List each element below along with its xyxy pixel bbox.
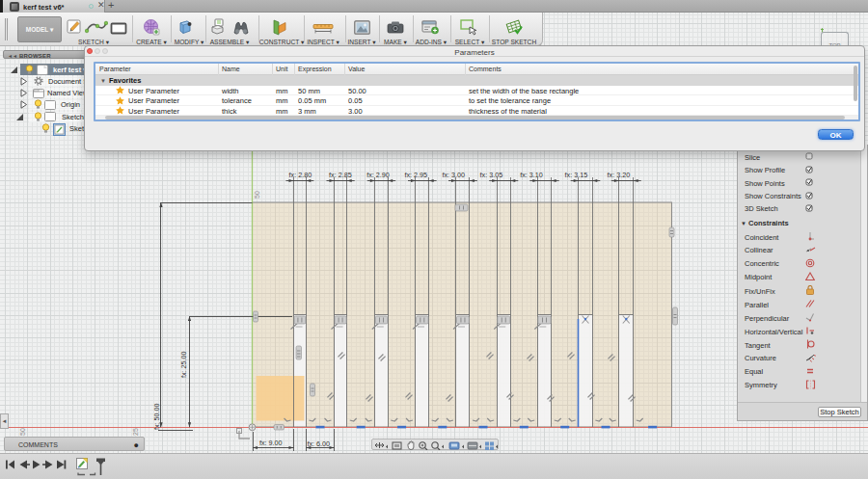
svg-text:fx: 3.20: fx: 3.20 [608, 171, 631, 179]
svg-text:fx: 50.00: fx: 50.00 [152, 403, 161, 430]
svg-text:50: 50 [19, 428, 26, 436]
svg-text:fx: 3.05: fx: 3.05 [480, 171, 503, 179]
svg-text:fx: 6.00: fx: 6.00 [308, 439, 331, 448]
svg-text:fx: 2.95: fx: 2.95 [404, 171, 427, 179]
svg-text:50: 50 [254, 191, 260, 199]
svg-text:fx: 25.00: fx: 25.00 [179, 351, 188, 378]
svg-text:fx: 2.90: fx: 2.90 [366, 171, 390, 179]
svg-text:fx: 3.00: fx: 3.00 [443, 171, 466, 179]
svg-text:fx: 3.15: fx: 3.15 [565, 171, 588, 179]
svg-text:fx: 2.85: fx: 2.85 [329, 171, 352, 179]
svg-text:fx: 3.10: fx: 3.10 [520, 171, 543, 179]
svg-text:fx: 9.00: fx: 9.00 [259, 439, 283, 447]
svg-text:fx: 2.80: fx: 2.80 [289, 171, 312, 179]
svg-text:25: 25 [132, 428, 139, 436]
